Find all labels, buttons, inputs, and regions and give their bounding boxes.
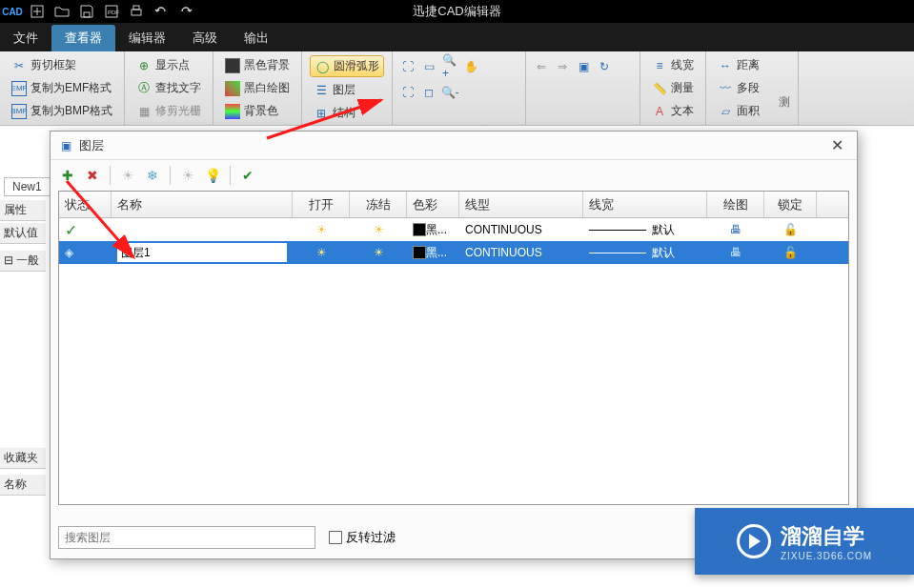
measure-button[interactable]: 📏测量 [648, 78, 698, 98]
distance-button[interactable]: ↔距离 [714, 55, 763, 75]
zoom-in-icon[interactable]: 🔍+ [442, 59, 457, 74]
pdf-icon[interactable]: PDF [99, 1, 124, 22]
bw-icon [225, 81, 240, 96]
palette-icon [225, 104, 240, 119]
col-color[interactable]: 色彩 [407, 192, 459, 217]
color-swatch[interactable] [413, 223, 426, 236]
col-linetype[interactable]: 线型 [459, 192, 583, 217]
col-name[interactable]: 名称 [112, 192, 293, 217]
close-icon[interactable]: ✕ [825, 136, 849, 154]
dialog-titlebar[interactable]: ▣ 图层 ✕ [51, 132, 857, 160]
polyline-icon: 〰 [718, 81, 733, 96]
layer-name-input[interactable] [117, 243, 287, 262]
color-swatch[interactable] [413, 246, 426, 259]
printer-icon[interactable]: 🖶 [730, 246, 741, 259]
extents-icon[interactable]: ◻ [421, 85, 437, 100]
col-lineweight[interactable]: 线宽 [583, 192, 707, 217]
linetype-cell[interactable]: CONTINUOUS [459, 241, 583, 264]
menu-file[interactable]: 文件 [0, 25, 51, 51]
printer-icon[interactable]: 🖶 [730, 223, 741, 236]
copy-emf-button[interactable]: EMF复制为EMF格式 [8, 78, 115, 98]
ribbon-group-1: ✂剪切框架 EMF复制为EMF格式 BMP复制为BMP格式 [0, 51, 125, 125]
titlebar: CAD PDF 迅捷CAD编辑器 [0, 0, 914, 23]
scissors-icon: ✂ [11, 58, 27, 73]
layers-button[interactable]: ☰图层 [310, 80, 359, 100]
col-open[interactable]: 打开 [293, 192, 350, 217]
col-state[interactable]: 状态 [59, 192, 112, 217]
smooth-arc-button[interactable]: ◯圆滑弧形 [310, 55, 384, 77]
layer-name-cell[interactable] [112, 218, 293, 241]
invert-filter-checkbox[interactable]: 反转过滤 [329, 529, 396, 546]
emf-icon: EMF [11, 81, 27, 96]
new-icon[interactable] [25, 1, 50, 22]
search-layer-input[interactable] [58, 526, 315, 549]
dialog-toolbar: ✚ ✖ ☀ ❄ ☀ 💡 ✔ [51, 160, 857, 191]
copy-bmp-button[interactable]: BMP复制为BMP格式 [8, 101, 116, 121]
linetype-cell[interactable]: CONTINUOUS [459, 218, 583, 241]
col-lock[interactable]: 锁定 [764, 192, 817, 217]
zoom-out-fit-icon[interactable]: ⛶ [400, 85, 416, 100]
separator [170, 166, 171, 185]
hatch-icon: ▦ [136, 104, 152, 119]
menu-editor[interactable]: 编辑器 [115, 25, 179, 51]
lineweight-icon: ≡ [652, 58, 667, 73]
layer-row-selected[interactable]: ◈ ☀ ☀ 黑... CONTINUOUS 默认 🖶 🔓 [59, 241, 848, 264]
area-button[interactable]: ▱面积 [714, 101, 763, 121]
check-icon[interactable]: ✔ [236, 164, 259, 187]
bulb-on-icon[interactable]: ☀ [316, 223, 327, 236]
pan-icon[interactable]: ✋ [463, 59, 478, 74]
redo-icon[interactable] [173, 1, 198, 22]
col-freeze[interactable]: 冻结 [350, 192, 407, 217]
window-icon[interactable]: ▣ [576, 59, 591, 74]
ribbon-group-7: ≡线宽 📏测量 A文本 [640, 51, 706, 125]
sun-dim2-icon[interactable]: ☀ [176, 164, 199, 187]
black-bg-icon [225, 58, 240, 73]
sun-icon[interactable]: ☀ [374, 246, 384, 259]
lineweight-cell[interactable]: 默认 [583, 241, 707, 264]
show-point-button[interactable]: ⊕显示点 [132, 55, 193, 75]
ribbon-group-3: 黑色背景 黑白绘图 背景色 [213, 51, 302, 125]
layer-row[interactable]: ✓ ☀ ☀ 黑... CONTINUOUS 默认 🖶 🔓 [59, 218, 848, 241]
dialog-icon: ▣ [58, 138, 73, 153]
snowflake-icon[interactable]: ❄ [141, 164, 164, 187]
col-plot[interactable]: 绘图 [707, 192, 764, 217]
bulb-on-icon[interactable]: ☀ [316, 246, 327, 259]
zoom-out-icon[interactable]: 🔍- [442, 85, 457, 100]
text-icon: A [652, 104, 667, 119]
delete-layer-icon[interactable]: ✖ [81, 164, 104, 187]
select-icon[interactable]: ▭ [421, 59, 437, 74]
menu-output[interactable]: 输出 [231, 25, 282, 51]
lock-icon[interactable]: 🔓 [783, 223, 798, 236]
sun-icon[interactable]: ☀ [374, 223, 384, 236]
text-button[interactable]: A文本 [648, 101, 698, 121]
black-bg-button[interactable]: 黑色背景 [221, 55, 294, 75]
structure-button[interactable]: ⊞结构 [310, 103, 359, 123]
menu-view[interactable]: 查看器 [51, 25, 115, 51]
undo-icon[interactable] [149, 1, 173, 22]
checkbox-icon [329, 531, 342, 544]
sun-dim-icon[interactable]: ☀ [116, 164, 139, 187]
menu-advanced[interactable]: 高级 [179, 25, 231, 51]
lineweight-button[interactable]: ≡线宽 [648, 55, 698, 75]
ribbon: ✂剪切框架 EMF复制为EMF格式 BMP复制为BMP格式 ⊕显示点 Ⓐ查找文字… [0, 51, 914, 126]
bulb-icon[interactable]: 💡 [201, 164, 224, 187]
polyline-button[interactable]: 〰多段 [714, 78, 763, 98]
save-icon[interactable] [74, 1, 99, 22]
separator [230, 166, 231, 185]
document-tab[interactable]: New1 [4, 177, 51, 196]
new-layer-icon[interactable]: ✚ [56, 164, 79, 187]
open-icon[interactable] [50, 1, 74, 22]
zoom-fit-icon[interactable]: ⛶ [400, 59, 416, 74]
clip-frame-button[interactable]: ✂剪切框架 [8, 55, 80, 75]
edit-hatch-button[interactable]: ▦修剪光栅 [132, 101, 205, 121]
lock-icon[interactable]: 🔓 [783, 246, 798, 259]
bw-draw-button[interactable]: 黑白绘图 [221, 78, 294, 98]
next-icon[interactable]: ⇒ [555, 59, 570, 74]
print-icon[interactable] [124, 1, 149, 22]
general-label[interactable]: ⊟ 一般 [0, 251, 46, 272]
lineweight-cell[interactable]: 默认 [583, 218, 707, 241]
refresh-icon[interactable]: ↻ [597, 59, 612, 74]
prev-icon[interactable]: ⇐ [534, 59, 549, 74]
find-text-button[interactable]: Ⓐ查找文字 [132, 78, 205, 98]
bg-color-button[interactable]: 背景色 [221, 101, 282, 121]
